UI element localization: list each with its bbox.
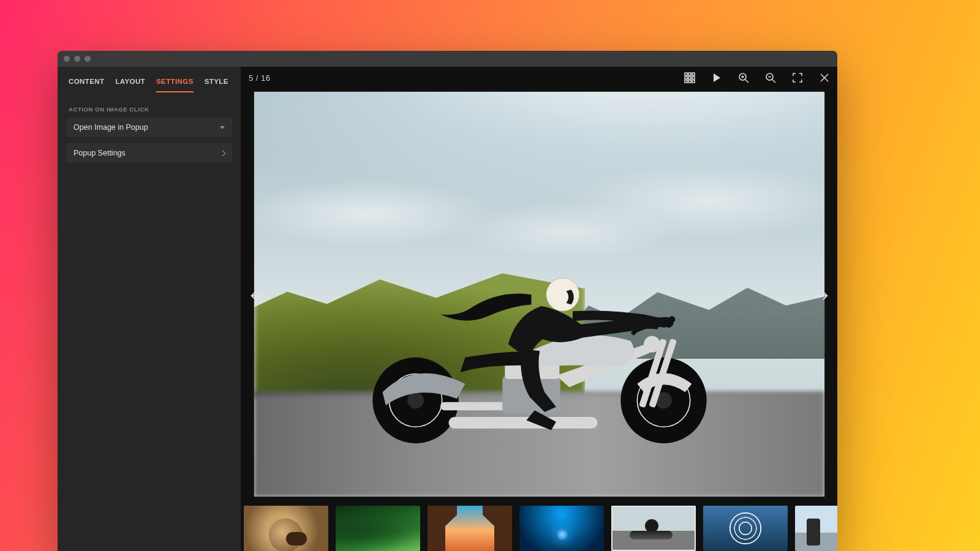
section-label-action: ACTION ON IMAGE CLICK [69,106,230,113]
chevron-right-icon [221,149,225,157]
thumbnail[interactable] [244,506,328,551]
svg-rect-28 [448,417,597,429]
svg-point-33 [546,278,579,311]
app-window: CONTENT LAYOUT SETTINGS STYLE ACTION ON … [58,51,837,551]
svg-rect-3 [685,77,687,79]
image-counter: 5 / 16 [249,73,271,83]
settings-sidebar: CONTENT LAYOUT SETTINGS STYLE ACTION ON … [58,67,241,551]
traffic-light-close[interactable] [64,56,70,62]
svg-rect-6 [685,80,687,83]
viewer-topbar: 5 / 16 [241,67,837,89]
viewer-toolbar [684,72,830,83]
fullscreen-icon[interactable] [792,72,803,83]
svg-line-14 [772,80,775,83]
close-icon[interactable] [819,72,830,83]
image-viewer: 5 / 16 [241,67,837,551]
svg-rect-4 [688,77,691,79]
svg-rect-2 [692,73,695,75]
traffic-light-minimize[interactable] [74,56,80,62]
caret-down-icon [220,126,225,129]
svg-rect-5 [692,77,695,79]
tab-content[interactable]: CONTENT [69,78,104,92]
stage-wrap [241,89,837,502]
thumbnail[interactable] [795,506,837,551]
image-stage[interactable] [254,91,825,497]
svg-rect-1 [688,73,691,75]
svg-rect-8 [692,80,695,83]
svg-rect-7 [688,80,691,83]
thumbnail-active[interactable] [611,506,696,551]
next-image-button[interactable] [814,287,831,304]
zoom-in-icon[interactable] [738,72,749,83]
action-on-click-select[interactable]: Open Image in Popup [66,118,232,137]
play-icon[interactable] [711,72,722,83]
select-value: Open Image in Popup [74,123,148,132]
app-content: CONTENT LAYOUT SETTINGS STYLE ACTION ON … [58,67,837,551]
tab-settings[interactable]: SETTINGS [156,78,194,92]
thumbnail-strip[interactable] [241,502,837,551]
traffic-light-zoom[interactable] [85,56,91,62]
thumbnail[interactable] [519,506,604,551]
prev-image-button[interactable] [247,287,265,304]
sidebar-tabs: CONTENT LAYOUT SETTINGS STYLE [58,67,241,92]
thumbnail[interactable] [703,506,788,551]
thumbnail[interactable] [336,506,420,551]
window-titlebar [58,51,837,67]
tab-layout[interactable]: LAYOUT [115,78,145,92]
svg-rect-0 [685,73,687,75]
zoom-out-icon[interactable] [765,72,776,83]
popup-settings-row[interactable]: Popup Settings [66,143,232,163]
tab-style[interactable]: STYLE [205,78,228,92]
main-image [254,92,824,497]
svg-line-10 [745,80,748,83]
motorcycle-illustration [325,252,755,450]
grid-icon[interactable] [684,72,695,83]
popup-settings-label: Popup Settings [74,149,126,157]
thumbnail[interactable] [428,506,512,551]
